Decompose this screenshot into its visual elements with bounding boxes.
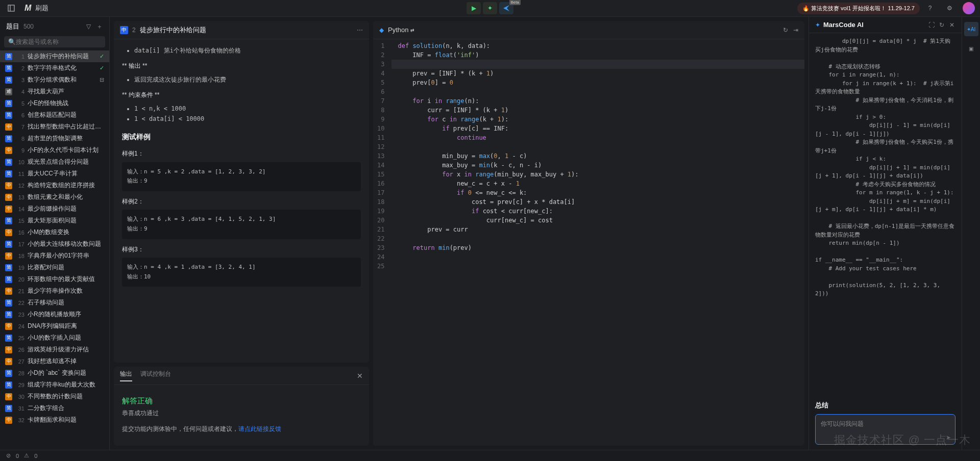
- search-box: 🔍: [4, 36, 105, 47]
- ai-response: dp[0][j] = data[0] * j # 第1天购买j份食物的花费 # …: [809, 33, 962, 396]
- difficulty-badge: 中: [5, 252, 12, 260]
- expand-icon[interactable]: ⛶: [928, 21, 935, 29]
- difficulty-badge: 中: [120, 26, 128, 34]
- difficulty-badge: 中: [5, 206, 12, 213]
- difficulty-badge: 简: [5, 381, 12, 389]
- sidebar-item[interactable]: 中14最少前缀操作问题: [0, 203, 109, 215]
- problem-title: 徒步旅行中的补给问题: [140, 25, 206, 35]
- difficulty-badge: 中: [5, 123, 12, 131]
- difficulty-badge: 简: [5, 311, 12, 318]
- difficulty-badge: 简: [5, 335, 12, 342]
- difficulty-badge: 难: [5, 88, 12, 95]
- difficulty-badge: 简: [5, 112, 12, 119]
- sidebar-item[interactable]: 简2数字字符串格式化✓: [0, 62, 109, 74]
- send-icon[interactable]: ➤: [946, 434, 951, 441]
- sidebar-item[interactable]: 简3数字分组求偶数和⊟: [0, 74, 109, 86]
- sidebar-item[interactable]: 中21最少字符串操作次数: [0, 285, 109, 297]
- sidebar-item[interactable]: 简17小的最大连续移动次数问题: [0, 238, 109, 250]
- debug-button[interactable]: ✦: [483, 2, 497, 14]
- difficulty-badge: 中: [5, 323, 12, 330]
- feedback-link[interactable]: 请点此链接反馈: [238, 425, 281, 432]
- settings-icon[interactable]: ⚙: [943, 2, 955, 14]
- export-icon[interactable]: ⇥: [793, 27, 798, 34]
- search-input[interactable]: [16, 38, 101, 45]
- difficulty-badge: 简: [5, 276, 12, 283]
- sidebar-item[interactable]: 简23小R的随机播放顺序: [0, 309, 109, 320]
- sidebar-item[interactable]: 中32卡牌翻面求和问题: [0, 414, 109, 426]
- difficulty-badge: 简: [5, 299, 12, 306]
- sidebar-item[interactable]: 中12构造特定数组的逆序拼接: [0, 180, 109, 191]
- sidebar-item[interactable]: 简29组成字符串ku的最大次数: [0, 379, 109, 391]
- language-icon: ◆: [379, 27, 384, 34]
- sidebar-item[interactable]: 中30不同整数的计数问题: [0, 391, 109, 402]
- sidebar-item[interactable]: 简20环形数组中的最大贡献值: [0, 273, 109, 285]
- add-icon[interactable]: ＋: [96, 23, 103, 30]
- help-icon[interactable]: ?: [924, 2, 936, 14]
- warnings-icon[interactable]: ⚠: [24, 452, 29, 459]
- sidebar-item[interactable]: 中26游戏英雄升级潜力评估: [0, 344, 109, 355]
- sidebar-item[interactable]: 简11最大UCC子串计算: [0, 168, 109, 180]
- errors-icon[interactable]: ⊘: [6, 452, 11, 459]
- sidebar-item[interactable]: 中27我好想逃却逃不掉: [0, 355, 109, 367]
- difficulty-badge: 简: [5, 264, 12, 271]
- history-icon[interactable]: ↻: [938, 21, 945, 29]
- sidebar-item[interactable]: 简1徒步旅行中的补给问题✓: [0, 50, 109, 62]
- tab-debug-console[interactable]: 调试控制台: [140, 370, 171, 381]
- sidebar-item[interactable]: 简22石子移动问题: [0, 297, 109, 309]
- sidebar-item[interactable]: 中7找出整型数组中占比超过一半的数: [0, 121, 109, 133]
- sidebar-item[interactable]: 中18字典序最小的01字符串: [0, 250, 109, 262]
- panel-toggle-icon[interactable]: [5, 2, 17, 14]
- difficulty-badge: 简: [5, 405, 12, 412]
- refresh-icon[interactable]: ↻: [783, 27, 788, 34]
- sidebar-item[interactable]: 简19比赛配对问题: [0, 262, 109, 273]
- problems-heading: 题目: [6, 22, 19, 31]
- problem-description: data[i] 第i个补给站每份食物的价格 ** 输出 ** 返回完成这次徒步旅…: [114, 39, 369, 363]
- sparkle-icon: ✦: [815, 21, 820, 29]
- sidebar-item[interactable]: 简28小D的 `abc` 变换问题: [0, 367, 109, 379]
- difficulty-badge: 简: [5, 159, 12, 166]
- difficulty-badge: 简: [5, 241, 12, 248]
- problems-count: 500: [23, 23, 34, 30]
- sidebar-item[interactable]: 简31二分数字组合: [0, 402, 109, 414]
- difficulty-badge: 中: [5, 182, 12, 189]
- difficulty-badge: 中: [5, 417, 12, 424]
- run-button[interactable]: ▶: [467, 2, 481, 14]
- submit-button[interactable]: Beta: [499, 2, 513, 14]
- close-icon[interactable]: ✕: [357, 372, 363, 380]
- language-selector[interactable]: Python ⇄: [388, 26, 414, 34]
- rail-ai-button[interactable]: ✦AI: [964, 22, 978, 36]
- avatar[interactable]: [963, 2, 975, 14]
- more-icon[interactable]: ⋯: [357, 27, 363, 34]
- sidebar-item[interactable]: 中13数组元素之和最小化: [0, 191, 109, 203]
- filter-icon[interactable]: ▽: [85, 23, 92, 30]
- search-icon: 🔍: [8, 38, 16, 45]
- sidebar-item[interactable]: 简6创意标题匹配问题: [0, 109, 109, 121]
- sidebar-item[interactable]: 中9小F的永久代币卡回本计划: [0, 144, 109, 156]
- promo-banner[interactable]: 🔥 算法竞技赛 vol1 开始报名啦！ 11.29-12.7: [797, 3, 920, 14]
- page-title: 刷题: [35, 4, 48, 13]
- exclude-icon: ⊟: [100, 76, 104, 83]
- rail-extensions-icon[interactable]: ▣: [964, 41, 978, 56]
- ai-panel: ✦ MarsCode AI ⛶ ↻ ✕ dp[0][j] = data[0] *…: [808, 17, 962, 450]
- sidebar-item[interactable]: 难4寻找最大葫芦: [0, 86, 109, 97]
- sidebar-item[interactable]: 简5小E的怪物挑战: [0, 97, 109, 109]
- tab-output[interactable]: 输出: [120, 370, 132, 381]
- difficulty-badge: 中: [5, 194, 12, 201]
- difficulty-badge: 中: [5, 229, 12, 236]
- check-icon: ✓: [100, 65, 104, 71]
- sidebar-item[interactable]: 中24DNA序列编辑距离: [0, 320, 109, 332]
- difficulty-badge: 中: [5, 288, 12, 295]
- sidebar: 题目 500 ▽ ＋ 🔍 简1徒步旅行中的补给问题✓简2数字字符串格式化✓简3数…: [0, 17, 110, 450]
- difficulty-badge: 简: [5, 76, 12, 84]
- sidebar-item[interactable]: 简10观光景点组合得分问题: [0, 156, 109, 168]
- ai-input[interactable]: 你可以问我问题 ➤: [815, 414, 955, 445]
- svg-rect-0: [8, 5, 14, 11]
- sidebar-item[interactable]: 简15最大矩形面积问题: [0, 215, 109, 226]
- sidebar-item[interactable]: 简25小U的数字插入问题: [0, 332, 109, 344]
- close-ai-icon[interactable]: ✕: [948, 21, 955, 29]
- sidebar-item[interactable]: 中16小M的数组变换: [0, 226, 109, 238]
- sidebar-item[interactable]: 简8超市里的货物架调整: [0, 133, 109, 144]
- difficulty-badge: 简: [5, 170, 12, 177]
- code-editor[interactable]: 1234567891011121314151617181920212223242…: [373, 39, 804, 446]
- logo: M: [24, 4, 31, 13]
